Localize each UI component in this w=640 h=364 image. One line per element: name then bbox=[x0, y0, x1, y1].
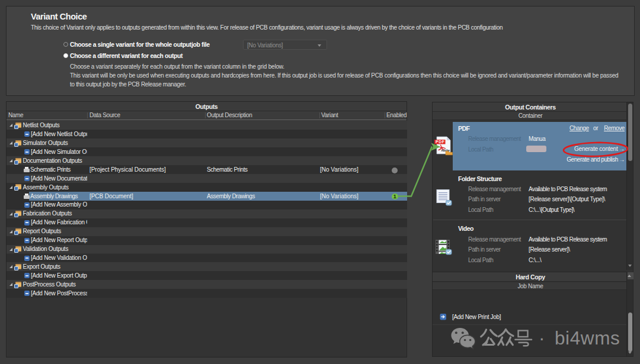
svg-text:PDF: PDF bbox=[436, 140, 444, 144]
